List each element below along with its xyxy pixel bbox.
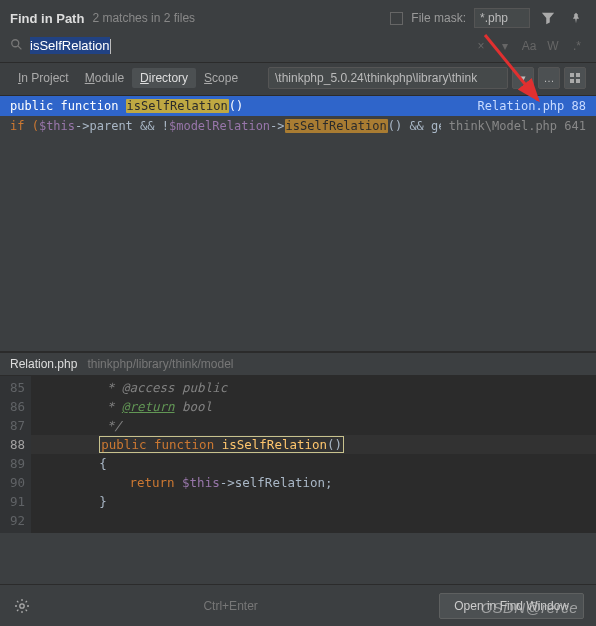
search-option-icons: × ▾ Aa W .*	[472, 39, 586, 53]
match-case-icon[interactable]: Aa	[520, 39, 538, 53]
scope-tabs-row: In Project Module Directory Scope ▾ …	[0, 63, 596, 96]
result-row[interactable]: if ($this->parent && !$modelRelation->is…	[0, 116, 596, 136]
tab-in-project[interactable]: In Project	[10, 68, 77, 88]
regex-icon[interactable]: .*	[568, 39, 586, 53]
tab-module[interactable]: Module	[77, 68, 132, 88]
filter-icon[interactable]	[538, 8, 558, 28]
file-mask-input[interactable]	[474, 8, 530, 28]
footer-bar: Ctrl+Enter Open in Find Window	[0, 584, 596, 626]
shortcut-hint: Ctrl+Enter	[203, 599, 257, 613]
history-icon[interactable]: ▾	[496, 39, 514, 53]
svg-rect-2	[570, 73, 574, 77]
file-mask-checkbox[interactable]	[390, 12, 403, 25]
results-list: public function isSelfRelation() Relatio…	[0, 96, 596, 351]
preview-file-path: thinkphp/library/think/model	[87, 357, 233, 371]
tab-directory[interactable]: Directory	[132, 68, 196, 88]
words-icon[interactable]: W	[544, 39, 562, 53]
svg-rect-5	[576, 79, 580, 83]
dialog-title: Find in Path	[10, 11, 84, 26]
title-bar: Find in Path 2 matches in 2 files File m…	[0, 0, 596, 34]
preview-header: Relation.php thinkphp/library/think/mode…	[0, 351, 596, 376]
result-row[interactable]: public function isSelfRelation() Relatio…	[0, 96, 596, 116]
code-preview[interactable]: 8586878889909192 * @access public * @ret…	[0, 376, 596, 533]
open-in-find-window-button[interactable]: Open in Find Window	[439, 593, 584, 619]
code-body: * @access public * @return bool */ publi…	[31, 376, 596, 533]
pin-icon[interactable]	[566, 8, 586, 28]
tab-scope[interactable]: Scope	[196, 68, 246, 88]
svg-rect-3	[576, 73, 580, 77]
directory-path-input[interactable]	[268, 67, 508, 89]
search-icon	[10, 38, 24, 55]
svg-rect-4	[570, 79, 574, 83]
clear-icon[interactable]: ×	[472, 39, 490, 53]
svg-line-1	[18, 45, 22, 49]
browse-button[interactable]: …	[538, 67, 560, 89]
settings-icon[interactable]	[12, 596, 32, 616]
recursive-icon[interactable]	[564, 67, 586, 89]
match-count: 2 matches in 2 files	[92, 11, 195, 25]
search-row: isSelfRelation × ▾ Aa W .*	[0, 34, 596, 63]
preview-file-name: Relation.php	[10, 357, 77, 371]
svg-point-6	[20, 603, 24, 607]
search-input[interactable]: isSelfRelation	[30, 36, 472, 56]
path-dropdown-icon[interactable]: ▾	[512, 67, 534, 89]
file-mask-label: File mask:	[411, 11, 466, 25]
line-gutter: 8586878889909192	[0, 376, 31, 533]
svg-point-0	[12, 39, 19, 46]
